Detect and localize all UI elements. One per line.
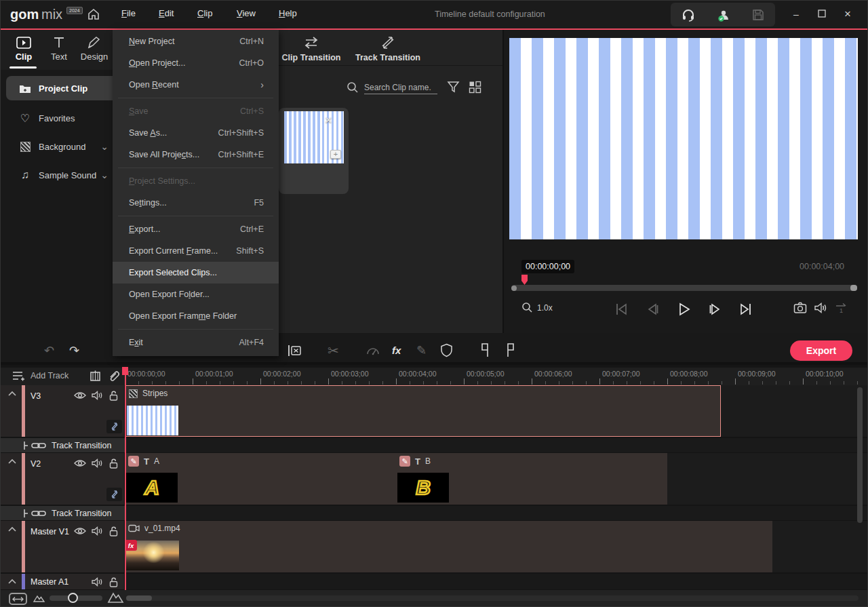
- track-template-icon[interactable]: [89, 370, 102, 383]
- collapse-chevron-icon[interactable]: [7, 458, 17, 465]
- menu-item-open-project[interactable]: Open Project...Ctrl+O: [113, 52, 279, 74]
- menu-item-open-export-folder[interactable]: Open Export Folder...: [113, 283, 279, 305]
- track-volume-icon[interactable]: [92, 391, 102, 400]
- track-lane-v3[interactable]: Stripes: [125, 385, 868, 437]
- sidebar-item-favorites[interactable]: ♡ Favorites: [6, 106, 119, 130]
- grid-view-icon[interactable]: [469, 81, 481, 94]
- mark-in-icon[interactable]: [480, 342, 491, 358]
- add-to-timeline-icon[interactable]: +: [330, 150, 341, 159]
- track-transition-lane[interactable]: [125, 506, 868, 521]
- play-button[interactable]: [677, 302, 691, 317]
- export-button[interactable]: Export: [790, 340, 852, 361]
- skip-to-end-button[interactable]: [739, 302, 753, 317]
- clip-transition-button[interactable]: Clip Transition: [271, 34, 352, 62]
- seek-bar[interactable]: [511, 285, 857, 291]
- menu-item-new-project[interactable]: New ProjectCtrl+N: [113, 31, 279, 52]
- lock-icon[interactable]: [109, 526, 118, 536]
- close-icon[interactable]: ×: [325, 113, 332, 128]
- skip-to-start-button[interactable]: [614, 302, 628, 317]
- clip-video[interactable]: v_01.mp4 fx: [125, 521, 772, 572]
- track-transition-mini-icon[interactable]: [106, 488, 122, 501]
- mark-out-icon[interactable]: [505, 342, 516, 358]
- step-forward-button[interactable]: [709, 302, 722, 317]
- effects-icon[interactable]: fx: [392, 345, 401, 356]
- zoom-in-mountain-icon[interactable]: [107, 590, 124, 604]
- track-transition-mini-icon[interactable]: [106, 420, 122, 433]
- chevron-down-icon[interactable]: ⌄: [100, 170, 108, 180]
- step-back-button[interactable]: [646, 302, 659, 317]
- visibility-eye-icon[interactable]: [74, 391, 86, 400]
- repeat-one-icon[interactable]: 1: [835, 302, 848, 314]
- menu-item-export-selected-clips[interactable]: Export Selected Clips...: [113, 262, 279, 283]
- zoom-out-mountain-icon[interactable]: [33, 593, 45, 603]
- menu-item-export-current-frame[interactable]: Export Current Frame...Shift+S: [113, 240, 279, 262]
- track-transition-lane[interactable]: [125, 438, 868, 453]
- lock-icon[interactable]: [109, 458, 118, 469]
- track-header-master-v1[interactable]: Master V1: [1, 521, 125, 573]
- track-header-master-a1[interactable]: Master A1: [1, 574, 125, 590]
- timeline-zoom-knob[interactable]: [68, 593, 78, 603]
- timeline-horizontal-scrollbar-thumb[interactable]: [126, 595, 152, 601]
- support-headset-icon[interactable]: [681, 7, 696, 22]
- edit-pencil-icon[interactable]: ✎: [416, 343, 427, 358]
- menu-item-open-recent[interactable]: Open Recent›: [113, 74, 279, 96]
- save-icon[interactable]: [751, 8, 765, 22]
- track-transition-header[interactable]: Track Transition: [1, 438, 125, 453]
- track-header-v2[interactable]: V2: [1, 453, 125, 505]
- close-button[interactable]: ×: [837, 7, 858, 21]
- menu-item-exit[interactable]: ExitAlt+F4: [113, 332, 279, 353]
- menubar-edit[interactable]: Edit: [159, 8, 174, 18]
- menu-item-save-all-projects[interactable]: Save All Projects...Ctrl+Shift+E: [113, 144, 279, 165]
- clip-text-b[interactable]: ✎ T B B: [396, 453, 667, 505]
- menubar-help[interactable]: Help: [279, 8, 297, 18]
- tab-design[interactable]: Design: [77, 35, 112, 62]
- remove-gap-icon[interactable]: [288, 344, 302, 357]
- scissors-icon[interactable]: ✂: [328, 342, 339, 359]
- sidebar-item-project-clip[interactable]: Project Clip: [6, 76, 119, 100]
- menu-item-export[interactable]: Export...Ctrl+E: [113, 218, 279, 240]
- fit-timeline-icon[interactable]: [9, 593, 27, 605]
- shield-icon[interactable]: [440, 343, 453, 357]
- add-track-label[interactable]: Add Track: [31, 371, 68, 380]
- sidebar-item-background[interactable]: Background ⌄: [6, 134, 119, 159]
- timeline-playhead-handle[interactable]: [122, 367, 128, 375]
- track-volume-icon[interactable]: [92, 458, 102, 468]
- timeline-horizontal-scrollbar[interactable]: [126, 595, 859, 601]
- speed-icon[interactable]: [366, 345, 380, 356]
- sidebar-item-sample-sound[interactable]: ♫ Sample Sound ⌄: [6, 163, 119, 187]
- menu-item-open-export-framme-folder[interactable]: Open Export Framme Folder: [113, 305, 279, 327]
- menubar-file[interactable]: File: [121, 8, 136, 18]
- maximize-button[interactable]: [812, 7, 832, 20]
- menu-item-save-as[interactable]: Save As...Ctrl+Shift+S: [113, 122, 279, 144]
- account-sync-icon[interactable]: [715, 7, 732, 23]
- snapshot-camera-icon[interactable]: [793, 302, 807, 314]
- collapse-chevron-icon[interactable]: [7, 579, 17, 585]
- menu-item-project-settings[interactable]: Project Settings...: [113, 170, 279, 192]
- volume-icon[interactable]: [814, 302, 827, 314]
- filter-icon[interactable]: [447, 81, 460, 94]
- lock-icon[interactable]: [109, 391, 118, 401]
- preview-zoom-control[interactable]: 1.0x: [521, 302, 553, 313]
- search-input[interactable]: [364, 81, 437, 94]
- undo-icon[interactable]: ↶: [44, 343, 54, 358]
- add-track-icon[interactable]: [12, 370, 25, 382]
- chevron-down-icon[interactable]: ⌄: [100, 141, 108, 152]
- track-volume-icon[interactable]: [92, 577, 102, 587]
- menubar-view[interactable]: View: [237, 8, 256, 18]
- track-transition-header[interactable]: Track Transition: [1, 506, 125, 521]
- menubar-clip[interactable]: Clip: [197, 8, 212, 18]
- menu-item-settings[interactable]: Settings...F5: [113, 192, 279, 214]
- visibility-eye-icon[interactable]: [74, 526, 86, 536]
- visibility-eye-icon[interactable]: [74, 458, 86, 468]
- minimize-button[interactable]: –: [786, 7, 806, 21]
- clip-stripes[interactable]: Stripes: [125, 385, 721, 437]
- track-lane-v2[interactable]: ✎ T A A ✎ T B B: [125, 453, 868, 505]
- collapse-chevron-icon[interactable]: [7, 526, 17, 532]
- track-volume-icon[interactable]: [92, 526, 102, 536]
- timeline-ruler[interactable]: 00:00:00;0000:00:01;0000:00:02;0000:00:0…: [125, 368, 868, 385]
- menu-item-save[interactable]: SaveCtrl+S: [113, 100, 279, 122]
- clip-text-a[interactable]: ✎ T A A: [125, 453, 396, 505]
- paperclip-icon[interactable]: [108, 370, 121, 383]
- tab-text[interactable]: Text: [41, 35, 77, 62]
- redo-icon[interactable]: ↷: [69, 343, 79, 358]
